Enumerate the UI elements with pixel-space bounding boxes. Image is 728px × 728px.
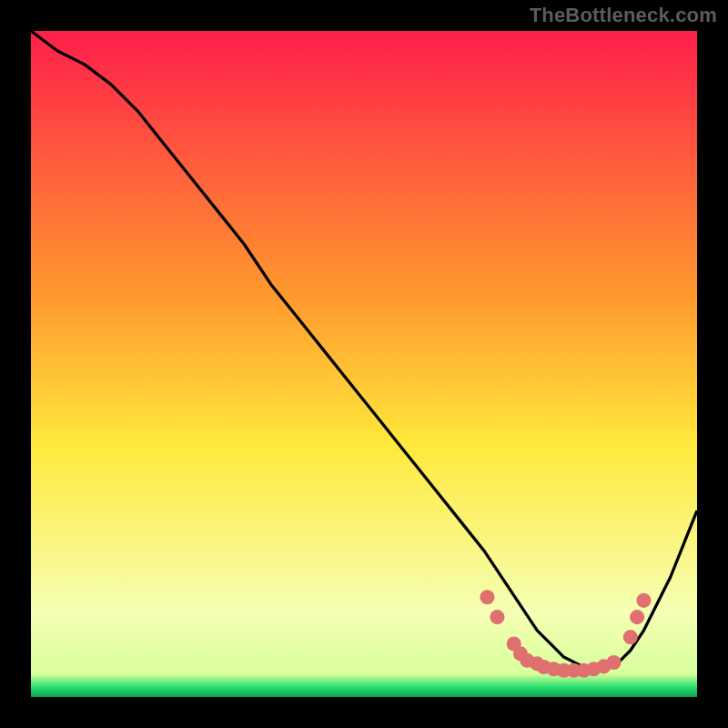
curve-dot bbox=[623, 630, 638, 644]
chart-svg bbox=[31, 31, 697, 697]
plot-area bbox=[31, 31, 697, 697]
attribution-label: TheBottleneck.com bbox=[530, 4, 717, 27]
chart-frame: TheBottleneck.com bbox=[0, 0, 728, 728]
curve-dot bbox=[490, 610, 504, 624]
curve-dot bbox=[606, 655, 621, 670]
curve-dot bbox=[480, 590, 494, 604]
curve-dot bbox=[630, 610, 644, 624]
gradient-background bbox=[31, 31, 697, 697]
curve-dot bbox=[636, 593, 651, 608]
